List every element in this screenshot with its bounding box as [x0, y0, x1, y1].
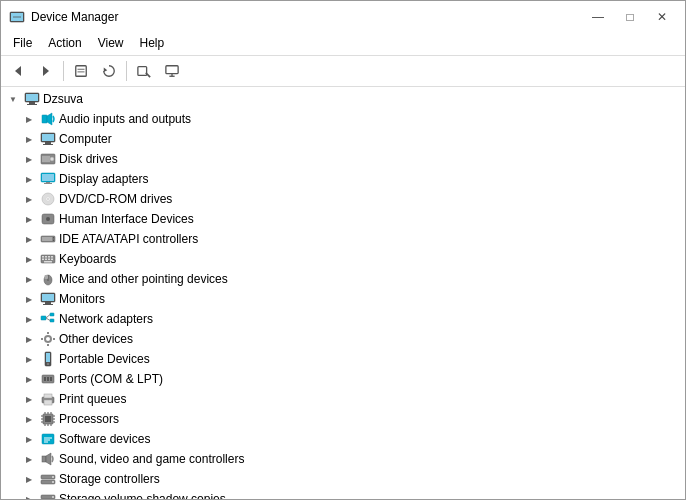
toolbar-update-button[interactable] — [96, 59, 122, 83]
maximize-button[interactable]: □ — [615, 7, 645, 27]
storage-shadow-icon — [40, 491, 56, 499]
item-label: DVD/CD-ROM drives — [59, 192, 172, 206]
title-bar-left: Device Manager — [9, 9, 118, 25]
hid-icon — [40, 211, 56, 227]
item-label: Software devices — [59, 432, 150, 446]
expander[interactable]: ▶ — [21, 131, 37, 147]
list-item[interactable]: ▶ Sound, video and game controllers — [1, 449, 685, 469]
expander[interactable]: ▶ — [21, 471, 37, 487]
expander[interactable]: ▶ — [21, 431, 37, 447]
list-item[interactable]: ▶ Audio inputs and outputs — [1, 109, 685, 129]
list-item[interactable]: ▶ Human Interface Devices — [1, 209, 685, 229]
expander[interactable]: ▶ — [21, 171, 37, 187]
menu-action[interactable]: Action — [40, 33, 89, 53]
ide-icon — [40, 231, 56, 247]
title-bar: Device Manager — □ ✕ — [1, 1, 685, 31]
toolbar-scan-button[interactable] — [131, 59, 157, 83]
computer-sm-icon — [40, 131, 56, 147]
item-label: Sound, video and game controllers — [59, 452, 244, 466]
expander[interactable]: ▶ — [21, 331, 37, 347]
list-item[interactable]: ▶ Disk drives — [1, 149, 685, 169]
root-icon — [24, 91, 40, 107]
forward-icon — [39, 64, 53, 78]
audio-icon — [40, 111, 56, 127]
storage-icon — [40, 471, 56, 487]
toolbar-forward-button[interactable] — [33, 59, 59, 83]
list-item[interactable]: ▶ Storage volume shadow copies — [1, 489, 685, 499]
item-label: Ports (COM & LPT) — [59, 372, 163, 386]
list-item[interactable]: ▶ Portable Devices — [1, 349, 685, 369]
menu-help[interactable]: Help — [132, 33, 173, 53]
list-item[interactable]: ▶ Ports (COM & LPT) — [1, 369, 685, 389]
ports-icon — [40, 371, 56, 387]
expander[interactable]: ▶ — [21, 351, 37, 367]
dvd-icon — [40, 191, 56, 207]
toolbar-properties-button[interactable] — [68, 59, 94, 83]
software-icon — [40, 431, 56, 447]
device-tree[interactable]: ▼ Dzsuva ▶ Audio inputs and outputs ▶ Co… — [1, 87, 685, 499]
svg-marker-88 — [43, 66, 49, 76]
expander[interactable]: ▶ — [21, 371, 37, 387]
minimize-button[interactable]: — — [583, 7, 613, 27]
item-label: Print queues — [59, 392, 126, 406]
update-icon — [102, 64, 116, 78]
list-item[interactable]: ▶ Print queues — [1, 389, 685, 409]
svg-rect-89 — [76, 66, 87, 77]
toolbar-display-button[interactable] — [159, 59, 185, 83]
item-label: Storage controllers — [59, 472, 160, 486]
list-item[interactable]: ▶ Computer — [1, 129, 685, 149]
expander[interactable]: ▶ — [21, 271, 37, 287]
list-item[interactable]: ▶ Software devices — [1, 429, 685, 449]
list-item[interactable]: ▶ Network adapters — [1, 309, 685, 329]
list-item[interactable]: ▶ DVD/CD-ROM drives — [1, 189, 685, 209]
item-label: Processors — [59, 412, 119, 426]
back-icon — [11, 64, 25, 78]
window-title: Device Manager — [31, 10, 118, 24]
display-icon — [40, 171, 56, 187]
list-item[interactable]: ▶ Display adapters — [1, 169, 685, 189]
expander[interactable]: ▶ — [21, 251, 37, 267]
expander[interactable]: ▶ — [21, 111, 37, 127]
toolbar-back-button[interactable] — [5, 59, 31, 83]
close-button[interactable]: ✕ — [647, 7, 677, 27]
svg-rect-93 — [138, 67, 147, 76]
keyboard-icon — [40, 251, 56, 267]
item-label: Computer — [59, 132, 112, 146]
toolbar-separator-1 — [63, 61, 64, 81]
tree-root[interactable]: ▼ Dzsuva — [1, 89, 685, 109]
expander[interactable]: ▶ — [21, 191, 37, 207]
menu-view[interactable]: View — [90, 33, 132, 53]
list-item[interactable]: ▶ IDE ATA/ATAPI controllers — [1, 229, 685, 249]
other-icon — [40, 331, 56, 347]
menu-file[interactable]: File — [5, 33, 40, 53]
list-item[interactable]: ▶ Monitors — [1, 289, 685, 309]
expander[interactable]: ▶ — [21, 151, 37, 167]
portable-icon — [40, 351, 56, 367]
list-item[interactable]: ▶ Other devices — [1, 329, 685, 349]
root-expander[interactable]: ▼ — [5, 91, 21, 107]
expander[interactable]: ▶ — [21, 391, 37, 407]
expander[interactable]: ▶ — [21, 291, 37, 307]
processor-icon — [40, 411, 56, 427]
item-label: Network adapters — [59, 312, 153, 326]
mouse-icon — [40, 271, 56, 287]
item-label: Portable Devices — [59, 352, 150, 366]
item-label: Disk drives — [59, 152, 118, 166]
item-label: Storage volume shadow copies — [59, 492, 226, 499]
expander[interactable]: ▶ — [21, 211, 37, 227]
list-item[interactable]: ▶ Keyboards — [1, 249, 685, 269]
expander[interactable]: ▶ — [21, 411, 37, 427]
list-item[interactable]: ▶ Mice and other pointing devices — [1, 269, 685, 289]
print-icon — [40, 391, 56, 407]
list-item[interactable]: ▶ Processors — [1, 409, 685, 429]
list-item[interactable]: ▶ Storage controllers — [1, 469, 685, 489]
expander[interactable]: ▶ — [21, 451, 37, 467]
expander[interactable]: ▶ — [21, 491, 37, 499]
disk-icon — [40, 151, 56, 167]
svg-marker-92 — [104, 68, 108, 72]
expander[interactable]: ▶ — [21, 231, 37, 247]
expander[interactable]: ▶ — [21, 311, 37, 327]
item-label: Monitors — [59, 292, 105, 306]
item-label: Keyboards — [59, 252, 116, 266]
svg-marker-87 — [15, 66, 21, 76]
